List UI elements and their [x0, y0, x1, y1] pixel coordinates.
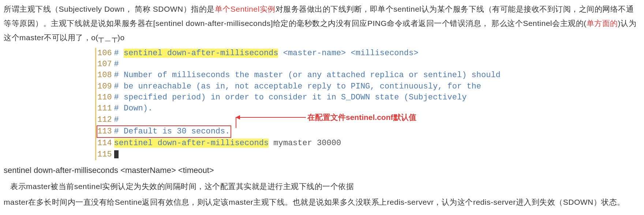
line-number: 107: [97, 59, 114, 70]
comment-prefix: #: [114, 49, 124, 58]
comment-text: # be unreachable (as in, not acceptable …: [114, 82, 481, 91]
line-number: 115: [97, 149, 114, 160]
comment-suffix: <master-name> <milliseconds>: [278, 49, 418, 58]
comment-text: # Number of milliseconds the master (or …: [114, 71, 501, 80]
para1-red2: 单方面的: [587, 19, 618, 27]
red-box: 113# Default is 30 seconds.: [97, 125, 231, 138]
cursor-icon: [114, 150, 119, 158]
para1-text1: 所谓主观下线（Subjectively Down， 简称 SDOWN）指的是: [4, 5, 215, 13]
line-number: 111: [97, 103, 114, 114]
line-number: 109: [97, 81, 114, 92]
syntax-line: sentinel down-after-milliseconds <master…: [4, 163, 640, 178]
code-line-106: 106# sentinel down-after-milliseconds <m…: [97, 48, 640, 59]
code-line-113: 113# Default is 30 seconds.: [97, 125, 640, 138]
code-block: 106# sentinel down-after-milliseconds <m…: [95, 48, 640, 161]
paragraph-1: 所谓主观下线（Subjectively Down， 简称 SDOWN）指的是单个…: [4, 2, 640, 45]
comment-text: #: [114, 115, 119, 124]
paragraph-2: 表示master被当前sentinel实例认定为失效的间隔时间，这个配置其实就是…: [4, 180, 640, 194]
line-number: 110: [97, 92, 114, 103]
code-line-114: 114sentinel down-after-milliseconds myma…: [97, 138, 640, 149]
config-value: mymaster 30000: [269, 139, 341, 148]
code-line-109: 109# be unreachable (as in, not acceptab…: [97, 81, 640, 92]
para1-red1: 单个Sentinel实例: [215, 5, 276, 13]
highlight-directive: sentinel down-after-milliseconds: [114, 139, 269, 148]
code-line-107: 107#: [97, 59, 640, 70]
comment-text: # Default is 30 seconds.: [114, 127, 230, 136]
code-line-110: 110# specified period) in order to consi…: [97, 92, 640, 103]
comment-text: # Down).: [114, 104, 153, 113]
comment-text: # specified period) in order to consider…: [114, 93, 467, 102]
line-number: 108: [97, 70, 114, 81]
paragraph-3: master在多长时间内一直没有给Sentine返回有效信息，则认定该maste…: [4, 195, 640, 210]
line-number: 106: [97, 48, 114, 59]
arrow-line-icon: [236, 117, 306, 118]
highlight-directive: sentinel down-after-milliseconds: [124, 49, 278, 58]
line-number: 114: [97, 138, 114, 149]
annotation-text: 在配置文件sentinel.conf默认值: [307, 112, 416, 123]
code-line-112: 112# 在配置文件sentinel.conf默认值: [97, 114, 640, 125]
line-number: 113: [97, 126, 114, 137]
code-line-108: 108# Number of milliseconds the master (…: [97, 70, 640, 81]
annotation-callout: 在配置文件sentinel.conf默认值: [236, 112, 416, 123]
code-line-115: 115: [97, 149, 640, 160]
line-number: 112: [97, 114, 114, 125]
comment-text: #: [114, 60, 119, 69]
